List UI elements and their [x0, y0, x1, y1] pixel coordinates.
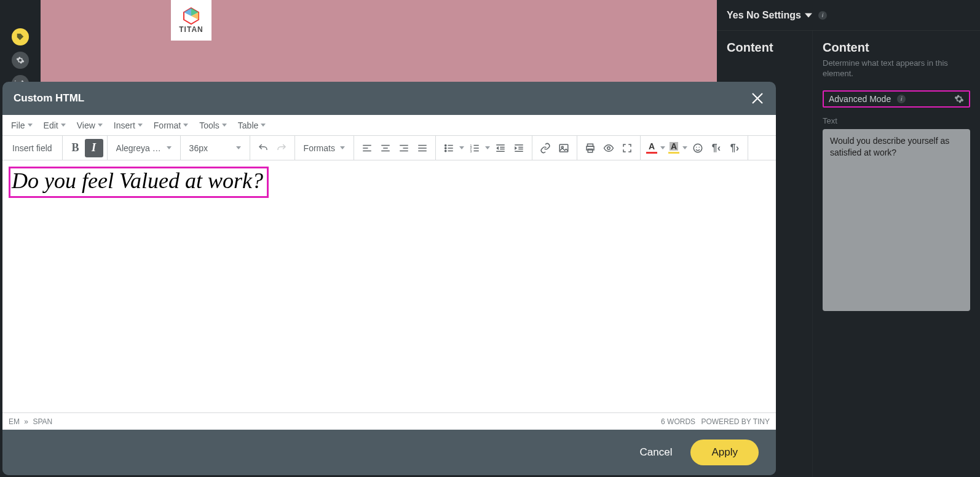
redo-button[interactable] [272, 139, 291, 157]
text-color-split[interactable] [659, 140, 666, 157]
formats-select[interactable]: Formats [299, 139, 350, 157]
close-button[interactable] [750, 91, 765, 106]
rtl-icon: ¶› [730, 143, 739, 154]
text-field[interactable]: Would you describe yourself as satisfied… [823, 129, 970, 311]
emoji-button[interactable] [689, 139, 707, 157]
gear-icon[interactable] [954, 94, 964, 104]
chevron-down-icon [459, 146, 464, 149]
advanced-mode-label: Advanced Mode [829, 94, 891, 104]
chevron-down-icon [222, 124, 227, 127]
cancel-button[interactable]: Cancel [640, 446, 673, 459]
settings-button[interactable] [12, 52, 29, 69]
editor-content-area[interactable]: Do you feel Valued at work? [2, 160, 776, 412]
menu-tools[interactable]: Tools [196, 115, 231, 135]
right-panel-header[interactable]: Yes No Settings i [717, 0, 980, 31]
bold-button[interactable]: B [66, 139, 85, 157]
eye-icon [603, 143, 614, 154]
numbered-list-split[interactable] [484, 140, 491, 157]
text-color-button[interactable]: A [644, 140, 659, 157]
bullet-list-icon [443, 143, 454, 154]
redo-icon [276, 143, 287, 154]
rtl-button[interactable]: ¶› [725, 139, 744, 157]
chevron-down-icon [236, 146, 241, 149]
image-button[interactable] [555, 139, 573, 157]
align-right-button[interactable] [395, 139, 413, 157]
italic-button[interactable]: I [85, 139, 103, 157]
advanced-mode-row[interactable]: Advanced Mode i [823, 90, 970, 108]
font-size-select[interactable]: 36px [184, 139, 246, 157]
chevron-down-icon [485, 146, 490, 149]
chevron-down-icon [98, 124, 103, 127]
chevron-down-icon [261, 124, 266, 127]
info-icon[interactable]: i [897, 95, 906, 103]
svg-point-47 [696, 146, 697, 148]
content-pane: Content Determine what text appears in t… [813, 31, 980, 477]
numbered-list-button[interactable]: 123 [465, 139, 484, 157]
emoji-icon [692, 143, 703, 154]
align-justify-icon [417, 143, 428, 154]
info-icon[interactable]: i [818, 11, 827, 20]
image-icon [558, 143, 569, 154]
align-justify-button[interactable] [413, 139, 432, 157]
status-right: 6 WORDS POWERED BY TINY [661, 417, 770, 426]
svg-point-45 [607, 146, 611, 149]
insert-field-button[interactable]: Insert field [6, 139, 58, 157]
link-icon [540, 143, 551, 154]
chevron-down-icon [340, 146, 345, 149]
align-left-button[interactable] [358, 139, 376, 157]
bg-color-split[interactable] [681, 140, 689, 157]
chevron-down-icon [167, 146, 172, 149]
svg-marker-39 [515, 146, 517, 150]
right-panel-title: Yes No Settings [727, 10, 801, 21]
chevron-down-icon [682, 146, 687, 149]
svg-rect-40 [559, 144, 568, 152]
chevron-down-icon [805, 12, 812, 19]
bullet-list-button[interactable] [440, 139, 458, 157]
menu-format[interactable]: Format [150, 115, 192, 135]
indent-button[interactable] [510, 139, 528, 157]
bg-color-button[interactable]: A [666, 140, 681, 157]
content-description: Determine what text appears in this elem… [823, 58, 970, 79]
svg-text:3: 3 [470, 149, 472, 152]
outdent-button[interactable] [491, 139, 510, 157]
tag-button[interactable] [12, 28, 29, 45]
element-path[interactable]: EM » SPAN [9, 417, 52, 426]
svg-point-18 [445, 144, 446, 146]
undo-button[interactable] [254, 139, 272, 157]
align-center-icon [380, 143, 391, 154]
italic-icon: I [92, 141, 96, 154]
chevron-down-icon [660, 146, 665, 149]
menu-edit[interactable]: Edit [40, 115, 69, 135]
logo-text: TITAN [179, 25, 203, 34]
powered-by: POWERED BY TINY [701, 417, 770, 426]
link-button[interactable] [536, 139, 555, 157]
numbered-list-icon: 123 [469, 143, 480, 154]
properties-tab-content[interactable]: Content [727, 41, 802, 55]
bullet-list-split[interactable] [458, 140, 465, 157]
preview-button[interactable] [599, 139, 618, 157]
ltr-button[interactable]: ¶‹ [707, 139, 725, 157]
apply-button[interactable]: Apply [690, 440, 759, 465]
content-heading: Content [823, 41, 970, 55]
menu-view[interactable]: View [73, 115, 106, 135]
menu-file[interactable]: File [7, 115, 36, 135]
print-icon [585, 143, 596, 154]
align-center-button[interactable] [376, 139, 395, 157]
chevron-down-icon [138, 124, 143, 127]
print-button[interactable] [581, 139, 599, 157]
word-count[interactable]: 6 WORDS [661, 417, 695, 426]
undo-icon [258, 143, 269, 154]
menu-table[interactable]: Table [234, 115, 269, 135]
outdent-icon [495, 143, 506, 154]
text-field-label: Text [823, 116, 970, 125]
svg-point-20 [445, 150, 446, 151]
fullscreen-icon [622, 143, 633, 154]
font-family-select[interactable]: Alegreya S... [111, 139, 176, 157]
editor-status-bar: EM » SPAN 6 WORDS POWERED BY TINY [2, 412, 776, 430]
close-icon [750, 91, 765, 106]
editor-text[interactable]: Do you feel Valued at work? [9, 167, 269, 198]
menu-insert[interactable]: Insert [110, 115, 146, 135]
fullscreen-button[interactable] [618, 139, 636, 157]
align-left-icon [362, 143, 373, 154]
text-color-icon: A [649, 142, 655, 151]
